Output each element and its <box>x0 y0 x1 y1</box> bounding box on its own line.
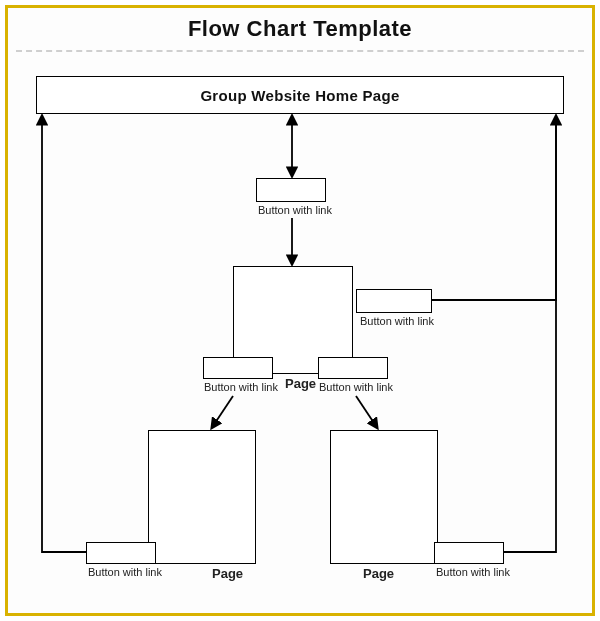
svg-line-2 <box>213 396 233 426</box>
page-label-right: Page <box>363 566 394 581</box>
button-label-right-bottom: Button with link <box>436 566 510 578</box>
divider <box>16 50 584 52</box>
button-label-left-mid: Button with link <box>204 381 278 393</box>
page-label-left: Page <box>212 566 243 581</box>
home-page-box: Group Website Home Page <box>36 76 564 114</box>
button-box-left-mid <box>203 357 273 379</box>
flowchart-canvas: Flow Chart Template Group Website Home P… <box>8 8 592 613</box>
page-box-right <box>330 430 438 564</box>
button-label-right-mid: Button with link <box>319 381 393 393</box>
document-frame: Flow Chart Template Group Website Home P… <box>5 5 595 616</box>
button-box-right-bottom <box>434 542 504 564</box>
diagram-title: Flow Chart Template <box>8 16 592 42</box>
button-label-topright: Button with link <box>360 315 434 327</box>
button-label-top: Button with link <box>258 204 332 216</box>
svg-line-3 <box>356 396 376 426</box>
button-box-right-mid <box>318 357 388 379</box>
page-label-mid: Page <box>285 376 316 391</box>
button-box-topright <box>356 289 432 313</box>
button-box-top <box>256 178 326 202</box>
button-label-left-bottom: Button with link <box>88 566 162 578</box>
page-box-left <box>148 430 256 564</box>
home-page-label: Group Website Home Page <box>200 87 399 104</box>
button-box-left-bottom <box>86 542 156 564</box>
